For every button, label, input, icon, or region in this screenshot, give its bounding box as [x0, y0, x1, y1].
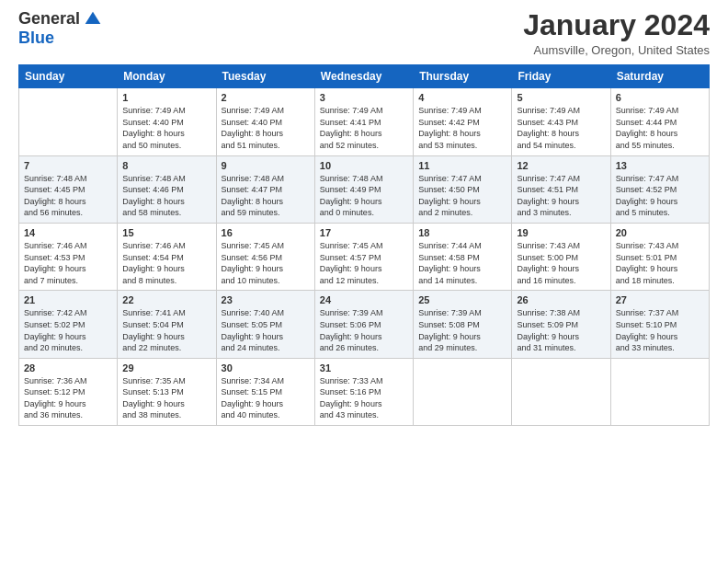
- day-number: 28: [24, 362, 112, 373]
- day-cell: 10Sunrise: 7:48 AM Sunset: 4:49 PM Dayli…: [314, 155, 413, 223]
- day-number: 30: [222, 362, 310, 373]
- week-row-1: 1Sunrise: 7:49 AM Sunset: 4:40 PM Daylig…: [19, 88, 710, 155]
- day-cell: 1Sunrise: 7:49 AM Sunset: 4:40 PM Daylig…: [118, 88, 216, 155]
- day-number: 7: [24, 160, 112, 171]
- header-row: SundayMondayTuesdayWednesdayThursdayFrid…: [19, 65, 710, 88]
- day-info: Sunrise: 7:44 AM Sunset: 4:58 PM Dayligh…: [418, 240, 506, 286]
- day-number: 16: [222, 227, 310, 238]
- day-number: 18: [418, 227, 506, 238]
- day-number: 3: [320, 92, 408, 103]
- day-info: Sunrise: 7:49 AM Sunset: 4:41 PM Dayligh…: [320, 105, 408, 151]
- day-info: Sunrise: 7:49 AM Sunset: 4:42 PM Dayligh…: [418, 105, 506, 151]
- day-info: Sunrise: 7:33 AM Sunset: 5:16 PM Dayligh…: [320, 375, 408, 421]
- week-row-3: 14Sunrise: 7:46 AM Sunset: 4:53 PM Dayli…: [19, 223, 710, 290]
- day-number: 22: [122, 294, 210, 305]
- day-cell: 22Sunrise: 7:41 AM Sunset: 5:04 PM Dayli…: [118, 291, 216, 358]
- day-info: Sunrise: 7:45 AM Sunset: 4:57 PM Dayligh…: [320, 240, 408, 286]
- day-cell: 11Sunrise: 7:47 AM Sunset: 4:50 PM Dayli…: [414, 155, 512, 223]
- day-info: Sunrise: 7:38 AM Sunset: 5:09 PM Dayligh…: [517, 307, 605, 353]
- header-cell-tuesday: Tuesday: [216, 65, 314, 88]
- day-cell: [512, 358, 610, 425]
- day-info: Sunrise: 7:35 AM Sunset: 5:13 PM Dayligh…: [122, 375, 210, 421]
- day-cell: 20Sunrise: 7:43 AM Sunset: 5:01 PM Dayli…: [610, 223, 709, 290]
- day-number: 17: [320, 227, 408, 238]
- day-number: 26: [517, 294, 605, 305]
- header-cell-sunday: Sunday: [19, 65, 118, 88]
- day-cell: 2Sunrise: 7:49 AM Sunset: 4:40 PM Daylig…: [216, 88, 314, 155]
- day-cell: [610, 358, 709, 425]
- day-cell: 7Sunrise: 7:48 AM Sunset: 4:45 PM Daylig…: [19, 155, 118, 223]
- day-number: 13: [616, 160, 704, 171]
- day-info: Sunrise: 7:46 AM Sunset: 4:54 PM Dayligh…: [122, 240, 210, 286]
- day-info: Sunrise: 7:41 AM Sunset: 5:04 PM Dayligh…: [122, 307, 210, 353]
- day-number: 1: [122, 92, 210, 103]
- day-cell: 18Sunrise: 7:44 AM Sunset: 4:58 PM Dayli…: [414, 223, 512, 290]
- header-cell-friday: Friday: [512, 65, 610, 88]
- day-number: 29: [122, 362, 210, 373]
- day-number: 19: [517, 227, 605, 238]
- day-number: 23: [222, 294, 310, 305]
- day-cell: 6Sunrise: 7:49 AM Sunset: 4:44 PM Daylig…: [610, 88, 709, 155]
- header-cell-wednesday: Wednesday: [314, 65, 413, 88]
- day-info: Sunrise: 7:47 AM Sunset: 4:51 PM Dayligh…: [517, 173, 605, 219]
- day-info: Sunrise: 7:47 AM Sunset: 4:52 PM Dayligh…: [616, 173, 704, 219]
- day-info: Sunrise: 7:48 AM Sunset: 4:49 PM Dayligh…: [320, 173, 408, 219]
- day-info: Sunrise: 7:45 AM Sunset: 4:56 PM Dayligh…: [222, 240, 310, 286]
- day-number: 10: [320, 160, 408, 171]
- day-cell: 26Sunrise: 7:38 AM Sunset: 5:09 PM Dayli…: [512, 291, 610, 358]
- day-cell: 29Sunrise: 7:35 AM Sunset: 5:13 PM Dayli…: [118, 358, 216, 425]
- day-cell: 28Sunrise: 7:36 AM Sunset: 5:12 PM Dayli…: [19, 358, 118, 425]
- day-info: Sunrise: 7:49 AM Sunset: 4:44 PM Dayligh…: [616, 105, 704, 151]
- calendar: SundayMondayTuesdayWednesdayThursdayFrid…: [18, 64, 710, 426]
- day-info: Sunrise: 7:34 AM Sunset: 5:15 PM Dayligh…: [222, 375, 310, 421]
- week-row-5: 28Sunrise: 7:36 AM Sunset: 5:12 PM Dayli…: [19, 358, 710, 425]
- day-number: 21: [24, 294, 112, 305]
- day-cell: [19, 88, 118, 155]
- day-info: Sunrise: 7:48 AM Sunset: 4:45 PM Dayligh…: [24, 173, 112, 219]
- day-info: Sunrise: 7:39 AM Sunset: 5:06 PM Dayligh…: [320, 307, 408, 353]
- logo-icon: [84, 10, 102, 29]
- day-number: 25: [418, 294, 506, 305]
- day-number: 8: [122, 160, 210, 171]
- day-number: 5: [517, 92, 605, 103]
- subtitle: Aumsville, Oregon, United States: [523, 43, 710, 57]
- header-cell-saturday: Saturday: [610, 65, 709, 88]
- day-cell: 30Sunrise: 7:34 AM Sunset: 5:15 PM Dayli…: [216, 358, 314, 425]
- title-block: January 2024 Aumsville, Oregon, United S…: [523, 9, 710, 57]
- day-info: Sunrise: 7:47 AM Sunset: 4:50 PM Dayligh…: [418, 173, 506, 219]
- day-cell: 31Sunrise: 7:33 AM Sunset: 5:16 PM Dayli…: [314, 358, 413, 425]
- week-row-2: 7Sunrise: 7:48 AM Sunset: 4:45 PM Daylig…: [19, 155, 710, 223]
- day-info: Sunrise: 7:49 AM Sunset: 4:40 PM Dayligh…: [122, 105, 210, 151]
- day-info: Sunrise: 7:43 AM Sunset: 5:00 PM Dayligh…: [517, 240, 605, 286]
- day-number: 14: [24, 227, 112, 238]
- day-cell: 16Sunrise: 7:45 AM Sunset: 4:56 PM Dayli…: [216, 223, 314, 290]
- day-info: Sunrise: 7:46 AM Sunset: 4:53 PM Dayligh…: [24, 240, 112, 286]
- day-number: 12: [517, 160, 605, 171]
- week-row-4: 21Sunrise: 7:42 AM Sunset: 5:02 PM Dayli…: [19, 291, 710, 358]
- day-cell: 4Sunrise: 7:49 AM Sunset: 4:42 PM Daylig…: [414, 88, 512, 155]
- day-number: 9: [222, 160, 310, 171]
- day-info: Sunrise: 7:39 AM Sunset: 5:08 PM Dayligh…: [418, 307, 506, 353]
- day-info: Sunrise: 7:36 AM Sunset: 5:12 PM Dayligh…: [24, 375, 112, 421]
- day-number: 27: [616, 294, 704, 305]
- header-cell-thursday: Thursday: [414, 65, 512, 88]
- day-cell: 23Sunrise: 7:40 AM Sunset: 5:05 PM Dayli…: [216, 291, 314, 358]
- day-info: Sunrise: 7:48 AM Sunset: 4:47 PM Dayligh…: [222, 173, 310, 219]
- day-info: Sunrise: 7:48 AM Sunset: 4:46 PM Dayligh…: [122, 173, 210, 219]
- day-cell: 19Sunrise: 7:43 AM Sunset: 5:00 PM Dayli…: [512, 223, 610, 290]
- day-cell: 15Sunrise: 7:46 AM Sunset: 4:54 PM Dayli…: [118, 223, 216, 290]
- day-cell: 24Sunrise: 7:39 AM Sunset: 5:06 PM Dayli…: [314, 291, 413, 358]
- day-number: 31: [320, 362, 408, 373]
- day-number: 15: [122, 227, 210, 238]
- header: General Blue January 2024 Aumsville, Ore…: [18, 9, 710, 57]
- day-cell: 14Sunrise: 7:46 AM Sunset: 4:53 PM Dayli…: [19, 223, 118, 290]
- day-info: Sunrise: 7:49 AM Sunset: 4:40 PM Dayligh…: [222, 105, 310, 151]
- header-cell-monday: Monday: [118, 65, 216, 88]
- logo: General Blue: [18, 9, 102, 48]
- day-cell: 27Sunrise: 7:37 AM Sunset: 5:10 PM Dayli…: [610, 291, 709, 358]
- day-cell: 25Sunrise: 7:39 AM Sunset: 5:08 PM Dayli…: [414, 291, 512, 358]
- day-info: Sunrise: 7:42 AM Sunset: 5:02 PM Dayligh…: [24, 307, 112, 353]
- page: General Blue January 2024 Aumsville, Ore…: [0, 0, 728, 563]
- day-number: 20: [616, 227, 704, 238]
- day-info: Sunrise: 7:40 AM Sunset: 5:05 PM Dayligh…: [222, 307, 310, 353]
